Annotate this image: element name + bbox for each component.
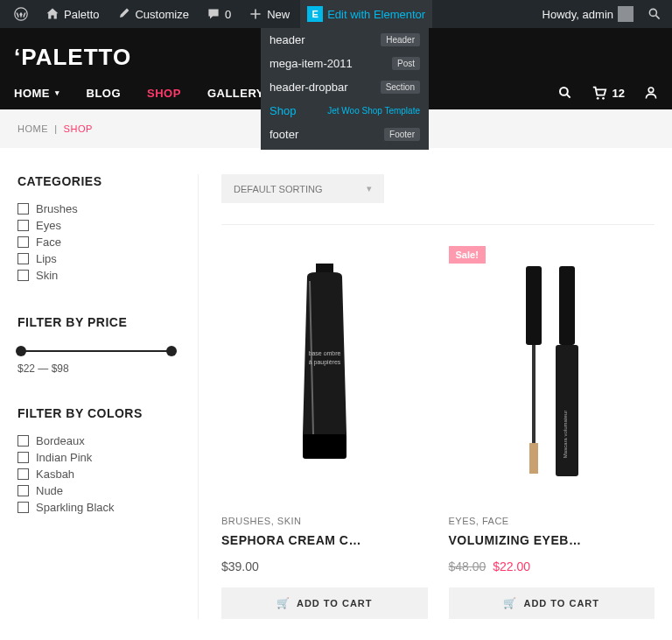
category-label: Lips — [36, 252, 57, 265]
dropdown-item-tag: Jet Woo Shop Template — [327, 106, 420, 116]
price-slider[interactable] — [18, 350, 175, 352]
nav-account[interactable] — [644, 86, 658, 100]
nav-right: 12 — [558, 85, 658, 101]
svg-rect-12 — [559, 266, 575, 345]
search-icon — [648, 7, 662, 21]
category-label: Face — [36, 236, 61, 249]
product-image: base ombre à paupières — [221, 246, 428, 500]
product-title[interactable]: SEPHORA CREAM C… — [221, 533, 428, 547]
svg-rect-10 — [532, 345, 536, 446]
wp-admin-bar: Paletto Customize 0 New E Edit with Elem… — [0, 0, 672, 28]
product-card[interactable]: base ombre à paupières BRUSHES, SKIN SEP… — [221, 246, 428, 619]
breadcrumb-current: SHOP — [64, 123, 93, 134]
add-to-cart-button[interactable]: 🛒 ADD TO CART — [449, 587, 655, 619]
category-filter-item[interactable]: Skin — [18, 267, 175, 284]
dropdown-item-label: footer — [270, 128, 384, 141]
color-filter-item[interactable]: Indian Pink — [18, 449, 175, 466]
nav-shop[interactable]: SHOP — [147, 87, 181, 100]
main-wrap: CATEGORIES BrushesEyesFaceLipsSkin FILTE… — [0, 148, 672, 640]
dropdown-item-label: header — [270, 33, 381, 46]
howdy-text: Howdy, admin — [542, 8, 613, 21]
svg-point-3 — [596, 97, 598, 100]
new-item[interactable]: New — [242, 0, 297, 28]
product-meta: BRUSHES, SKIN — [221, 516, 428, 526]
elementor-item[interactable]: E Edit with Elementor — [300, 0, 432, 28]
svg-rect-11 — [529, 443, 538, 474]
nav-gallery[interactable]: GALLERY — [207, 87, 264, 100]
elementor-icon: E — [307, 6, 323, 22]
comment-icon — [206, 7, 220, 21]
admin-bar-right: Howdy, admin — [536, 0, 665, 28]
sidebar: CATEGORIES BrushesEyesFaceLipsSkin FILTE… — [18, 174, 175, 619]
color-label: Indian Pink — [36, 451, 92, 464]
color-filter-item[interactable]: Sparkling Black — [18, 499, 175, 516]
category-filter-item[interactable]: Brushes — [18, 200, 175, 217]
customize-text: Customize — [135, 8, 188, 21]
sort-area: DEFAULT SORTING ▾ — [221, 174, 654, 203]
checkbox-icon — [18, 253, 29, 264]
site-name-text: Paletto — [64, 8, 99, 21]
product-price: $39.00 — [221, 559, 428, 573]
svg-text:à paupières: à paupières — [308, 359, 340, 366]
search-icon — [558, 86, 572, 100]
nav-left: HOME ▾ BLOG SHOP GALLERY — [14, 87, 264, 100]
add-to-cart-label: ADD TO CART — [297, 598, 373, 608]
color-filter-item[interactable]: Bordeaux — [18, 433, 175, 449]
chevron-down-icon: ▾ — [367, 183, 372, 194]
checkbox-icon — [18, 236, 29, 248]
howdy-item[interactable]: Howdy, admin — [536, 0, 640, 28]
dropdown-item-label: header-dropbar — [270, 81, 381, 94]
dropdown-item[interactable]: footerFooter — [261, 123, 429, 146]
breadcrumb-sep: | — [54, 123, 57, 134]
product-image: Mascara volumateur — [449, 246, 655, 500]
new-text: New — [267, 8, 290, 21]
nav-home[interactable]: HOME ▾ — [14, 87, 60, 100]
category-filter-item[interactable]: Lips — [18, 250, 175, 267]
product-mascara-icon: Mascara volumateur — [503, 259, 599, 487]
svg-text:base ombre: base ombre — [308, 350, 340, 356]
product-card[interactable]: Sale! Mascara volumateur EYES, FACE VOL — [449, 246, 655, 619]
checkbox-icon — [18, 270, 29, 281]
category-filter-item[interactable]: Eyes — [18, 217, 175, 234]
svg-rect-6 — [303, 434, 346, 459]
cart-icon: 🛒 — [503, 597, 517, 609]
product-grid: base ombre à paupières BRUSHES, SKIN SEP… — [221, 246, 654, 619]
color-filter-item[interactable]: Nude — [18, 482, 175, 499]
elementor-text: Edit with Elementor — [327, 8, 425, 21]
nav-cart[interactable]: 12 — [592, 85, 625, 101]
color-label: Bordeaux — [36, 434, 85, 447]
product-tube-icon: base ombre à paupières — [285, 259, 364, 487]
elementor-dropdown: headerHeadermega-item-2011Postheader-dro… — [261, 28, 429, 150]
sort-select[interactable]: DEFAULT SORTING ▾ — [221, 174, 384, 203]
checkbox-icon — [18, 452, 29, 463]
customize-item[interactable]: Customize — [109, 0, 195, 28]
breadcrumb-home[interactable]: HOME — [18, 123, 48, 134]
svg-point-5 — [648, 88, 654, 93]
checkbox-icon — [18, 468, 29, 480]
cart-icon — [592, 85, 607, 101]
admin-search[interactable] — [644, 0, 665, 28]
plus-icon — [248, 7, 262, 21]
color-filter-item[interactable]: Kasbah — [18, 466, 175, 482]
admin-bar-left: Paletto Customize 0 New E Edit with Elem… — [7, 0, 432, 28]
dropdown-item[interactable]: headerHeader — [261, 28, 429, 52]
widget-price-title: FILTER BY PRICE — [18, 315, 175, 329]
dropdown-item[interactable]: header-dropbarSection — [261, 75, 429, 99]
add-to-cart-button[interactable]: 🛒 ADD TO CART — [221, 587, 428, 619]
sale-badge: Sale! — [449, 246, 486, 264]
slider-handle-max[interactable] — [166, 346, 177, 356]
comments-item[interactable]: 0 — [200, 0, 238, 28]
widget-colors: FILTER BY COLORS BordeauxIndian PinkKasb… — [18, 406, 175, 516]
dropdown-item[interactable]: mega-item-2011Post — [261, 52, 429, 75]
slider-handle-min[interactable] — [16, 346, 26, 356]
brush-icon — [116, 7, 130, 21]
widget-categories-title: CATEGORIES — [18, 174, 175, 188]
dropdown-item[interactable]: ShopJet Woo Shop Template — [261, 99, 429, 123]
product-title[interactable]: VOLUMIZING EYEB… — [449, 533, 655, 547]
nav-search[interactable] — [558, 86, 572, 100]
nav-blog[interactable]: BLOG — [87, 87, 122, 100]
site-name-item[interactable]: Paletto — [38, 0, 106, 28]
category-filter-item[interactable]: Face — [18, 234, 175, 250]
wp-logo[interactable] — [7, 0, 35, 28]
divider — [221, 224, 654, 225]
